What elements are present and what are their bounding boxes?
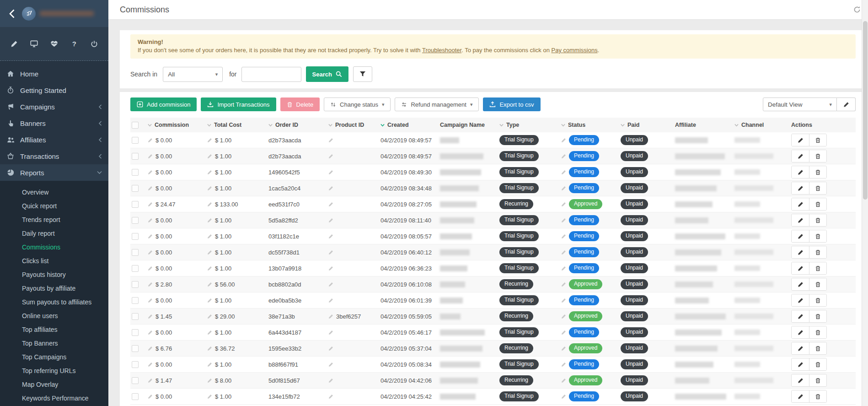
- sidebar-collapse-button[interactable]: [5, 7, 17, 21]
- edit-commission-icon[interactable]: [148, 138, 153, 143]
- row-checkbox[interactable]: [132, 313, 139, 320]
- edit-product-id-icon[interactable]: [328, 362, 333, 367]
- edit-status-icon[interactable]: [561, 346, 566, 351]
- edit-commission-icon[interactable]: [148, 298, 153, 303]
- edit-status-icon[interactable]: [561, 282, 566, 287]
- row-checkbox[interactable]: [132, 393, 139, 400]
- sidebar-report-link[interactable]: Commissions: [0, 240, 108, 254]
- edit-commission-icon[interactable]: [148, 346, 153, 351]
- add-commission-button[interactable]: Add commission: [130, 97, 197, 111]
- edit-total-cost-icon[interactable]: [207, 234, 212, 239]
- edit-commission-icon[interactable]: [148, 234, 153, 239]
- row-checkbox[interactable]: [132, 265, 139, 272]
- edit-total-cost-icon[interactable]: [207, 266, 212, 271]
- delete-row-button[interactable]: [809, 198, 826, 210]
- row-checkbox[interactable]: [132, 249, 139, 256]
- edit-row-button[interactable]: [792, 374, 809, 386]
- search-input[interactable]: [241, 67, 301, 82]
- edit-row-button[interactable]: [792, 342, 809, 354]
- edit-product-id-icon[interactable]: [328, 266, 333, 271]
- edit-row-button[interactable]: [792, 182, 809, 194]
- import-transactions-button[interactable]: Import Transactions: [201, 97, 276, 111]
- delete-row-button[interactable]: [809, 342, 826, 354]
- delete-row-button[interactable]: [809, 150, 826, 162]
- edit-status-icon[interactable]: [561, 250, 566, 255]
- row-checkbox[interactable]: [132, 233, 139, 240]
- edit-total-cost-icon[interactable]: [207, 154, 212, 159]
- edit-product-id-icon[interactable]: [328, 170, 333, 175]
- edit-total-cost-icon[interactable]: [207, 218, 212, 223]
- edit-status-icon[interactable]: [561, 378, 566, 383]
- edit-status-icon[interactable]: [561, 170, 566, 175]
- row-checkbox[interactable]: [132, 185, 139, 192]
- edit-commission-icon[interactable]: [148, 170, 153, 175]
- edit-total-cost-icon[interactable]: [207, 298, 212, 303]
- edit-commission-icon[interactable]: [148, 250, 153, 255]
- column-header[interactable]: Created: [380, 122, 440, 128]
- delete-row-button[interactable]: [809, 134, 826, 146]
- row-checkbox[interactable]: [132, 201, 139, 208]
- desktop-button[interactable]: [29, 39, 39, 49]
- health-status-button[interactable]: [49, 39, 59, 49]
- edit-product-id-icon[interactable]: [328, 250, 333, 255]
- sidebar-report-link[interactable]: Payouts by affiliate: [0, 281, 108, 295]
- sidebar-report-link[interactable]: Top Campaigns: [0, 350, 108, 364]
- column-header[interactable]: Order ID: [268, 122, 328, 128]
- sidebar-report-link[interactable]: Online users: [0, 309, 108, 323]
- row-checkbox[interactable]: [132, 377, 139, 384]
- change-status-dropdown[interactable]: Change status ▾: [324, 97, 391, 111]
- edit-commission-icon[interactable]: [148, 282, 153, 287]
- sidebar-item-home[interactable]: Home: [0, 65, 108, 82]
- sidebar-report-link[interactable]: Payouts history: [0, 268, 108, 281]
- row-checkbox[interactable]: [132, 329, 139, 336]
- edit-status-icon[interactable]: [561, 314, 566, 319]
- edit-status-icon[interactable]: [561, 266, 566, 271]
- edit-total-cost-icon[interactable]: [207, 346, 212, 351]
- edit-row-button[interactable]: [792, 134, 809, 146]
- select-all-checkbox[interactable]: [132, 122, 139, 129]
- edit-row-button[interactable]: [792, 262, 809, 274]
- edit-status-icon[interactable]: [561, 202, 566, 207]
- edit-product-id-icon[interactable]: [328, 186, 333, 191]
- edit-commission-icon[interactable]: [148, 330, 153, 335]
- sidebar-report-link[interactable]: Top affiliates: [0, 323, 108, 336]
- edit-commission-icon[interactable]: [148, 378, 153, 383]
- edit-row-button[interactable]: [792, 150, 809, 162]
- refresh-button[interactable]: [853, 6, 861, 13]
- column-header[interactable]: Paid: [621, 122, 675, 128]
- edit-status-icon[interactable]: [561, 298, 566, 303]
- edit-row-button[interactable]: [792, 326, 809, 338]
- column-header[interactable]: Campaign Name: [440, 122, 499, 128]
- search-scope-select[interactable]: All ▾: [163, 67, 223, 82]
- sidebar-report-link[interactable]: Keywords Performance: [0, 391, 108, 405]
- delete-row-button[interactable]: [809, 390, 826, 402]
- column-header[interactable]: Commission: [148, 122, 207, 128]
- pay-commissions-link[interactable]: Pay commissions: [552, 47, 598, 54]
- edit-row-button[interactable]: [792, 198, 809, 210]
- edit-total-cost-icon[interactable]: [207, 282, 212, 287]
- edit-total-cost-icon[interactable]: [207, 170, 212, 175]
- delete-row-button[interactable]: [809, 182, 826, 194]
- delete-row-button[interactable]: [809, 294, 826, 306]
- edit-status-icon[interactable]: [561, 362, 566, 367]
- row-checkbox[interactable]: [132, 153, 139, 160]
- edit-profile-button[interactable]: [9, 39, 19, 49]
- delete-row-button[interactable]: [809, 262, 826, 274]
- row-checkbox[interactable]: [132, 217, 139, 224]
- edit-total-cost-icon[interactable]: [207, 202, 212, 207]
- column-header[interactable]: Product ID: [328, 122, 380, 128]
- delete-row-button[interactable]: [809, 166, 826, 178]
- edit-product-id-icon[interactable]: [328, 394, 333, 399]
- column-header[interactable]: Affiliate: [675, 122, 734, 128]
- edit-status-icon[interactable]: [561, 330, 566, 335]
- view-select[interactable]: Default View ▾: [763, 97, 837, 111]
- delete-row-button[interactable]: [809, 374, 826, 386]
- edit-product-id-icon[interactable]: [328, 330, 333, 335]
- row-checkbox[interactable]: [132, 361, 139, 368]
- edit-product-id-icon[interactable]: [328, 378, 333, 383]
- sidebar-item-affiliates[interactable]: Affiliates: [0, 131, 108, 148]
- edit-status-icon[interactable]: [561, 186, 566, 191]
- delete-row-button[interactable]: [809, 326, 826, 338]
- edit-status-icon[interactable]: [561, 234, 566, 239]
- brand-logo[interactable]: [22, 7, 94, 21]
